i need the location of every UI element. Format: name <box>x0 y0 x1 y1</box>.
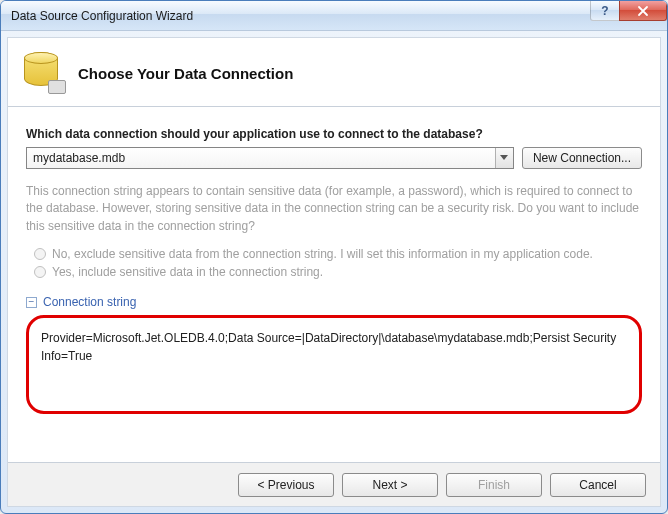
connection-string-box: Provider=Microsoft.Jet.OLEDB.4.0;Data So… <box>26 315 642 414</box>
help-icon: ? <box>601 4 608 18</box>
previous-button[interactable]: < Previous <box>238 473 334 497</box>
wizard-body: Which data connection should your applic… <box>8 107 660 462</box>
radio-icon <box>34 266 46 278</box>
radio-label-no: No, exclude sensitive data from the conn… <box>52 247 593 261</box>
help-button[interactable]: ? <box>590 1 620 21</box>
radio-label-yes: Yes, include sensitive data in the conne… <box>52 265 323 279</box>
connection-string-section: − Connection string Provider=Microsoft.J… <box>26 295 642 414</box>
titlebar: Data Source Configuration Wizard ? <box>1 1 667 31</box>
wizard-footer: < Previous Next > Finish Cancel <box>8 462 660 506</box>
connection-row: mydatabase.mdb New Connection... <box>26 147 642 169</box>
minus-icon: − <box>26 297 37 308</box>
radio-exclude-sensitive: No, exclude sensitive data from the conn… <box>34 247 642 261</box>
page-title: Choose Your Data Connection <box>78 65 293 82</box>
close-button[interactable] <box>619 1 667 21</box>
titlebar-buttons: ? <box>591 1 667 30</box>
finish-button[interactable]: Finish <box>446 473 542 497</box>
wizard-header: Choose Your Data Connection <box>8 38 660 107</box>
connection-prompt: Which data connection should your applic… <box>26 127 642 141</box>
content-area: Choose Your Data Connection Which data c… <box>7 37 661 507</box>
sensitive-data-description: This connection string appears to contai… <box>26 183 642 235</box>
chevron-down-icon <box>495 148 513 168</box>
connection-dropdown[interactable]: mydatabase.mdb <box>26 147 514 169</box>
new-connection-button[interactable]: New Connection... <box>522 147 642 169</box>
radio-include-sensitive: Yes, include sensitive data in the conne… <box>34 265 642 279</box>
radio-icon <box>34 248 46 260</box>
connection-string-value: Provider=Microsoft.Jet.OLEDB.4.0;Data So… <box>41 331 616 362</box>
database-icon <box>24 52 66 94</box>
connection-string-label: Connection string <box>43 295 136 309</box>
close-icon <box>637 5 649 17</box>
wizard-window: Data Source Configuration Wizard ? Choos… <box>0 0 668 514</box>
connection-string-header[interactable]: − Connection string <box>26 295 642 309</box>
cancel-button[interactable]: Cancel <box>550 473 646 497</box>
connection-selected: mydatabase.mdb <box>33 151 125 165</box>
next-button[interactable]: Next > <box>342 473 438 497</box>
window-title: Data Source Configuration Wizard <box>11 9 591 23</box>
